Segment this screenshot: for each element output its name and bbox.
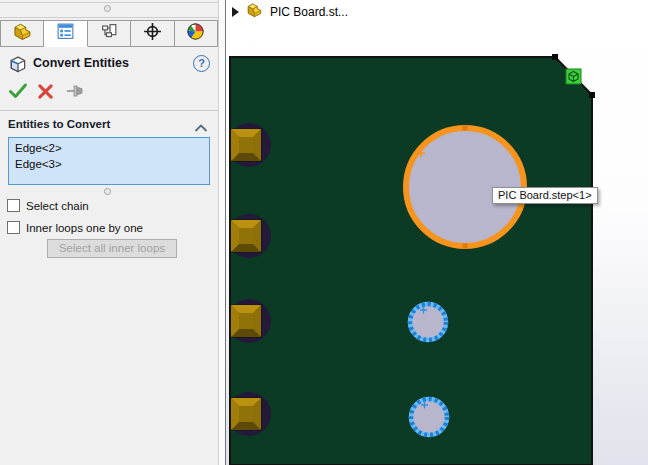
listbox-resize-handle[interactable]	[104, 188, 111, 195]
flyout-feature-tree-item[interactable]: PIC Board.st...	[232, 3, 348, 21]
tab-feature-manager[interactable]	[0, 20, 44, 47]
selection-list-item[interactable]: Edge<2>	[9, 140, 209, 156]
vertex-marker[interactable]	[589, 92, 595, 98]
tab-configuration-manager[interactable]	[88, 20, 131, 47]
entities-selection-listbox[interactable]: Edge<2> Edge<3>	[8, 137, 210, 185]
select-chain-row: Select chain	[7, 199, 89, 212]
panel-splitter-handle[interactable]	[104, 5, 111, 12]
tree-expand-arrow-icon[interactable]	[232, 7, 239, 17]
convert-entities-icon	[8, 54, 28, 78]
property-manager-icon	[56, 22, 75, 45]
vertex-marker[interactable]	[552, 54, 558, 60]
part-icon	[13, 22, 32, 45]
select-all-inner-loops-button[interactable]: Select all inner loops	[47, 239, 177, 258]
gold-pad[interactable]	[227, 392, 271, 436]
dimxpert-target-icon	[143, 22, 162, 45]
configuration-manager-icon	[100, 22, 119, 45]
gold-pad[interactable]	[227, 299, 271, 343]
ok-checkmark-icon[interactable]	[8, 82, 28, 104]
tab-display-manager[interactable]	[175, 20, 218, 47]
inner-loops-row: Inner loops one by one	[7, 221, 143, 234]
tree-item-label: PIC Board.st...	[270, 5, 348, 19]
panel-viewport-divider[interactable]	[218, 0, 226, 465]
sketch-badge-icon	[566, 69, 581, 84]
pushpin-icon[interactable]	[65, 82, 85, 104]
part-icon	[246, 2, 263, 22]
chevron-up-icon[interactable]	[194, 119, 208, 137]
manager-tab-bar	[0, 20, 218, 47]
panel-top-divider	[0, 2, 218, 3]
pm-action-row	[8, 82, 85, 104]
cancel-x-icon[interactable]	[37, 83, 54, 104]
property-manager-panel: Convert Entities ?	[0, 0, 218, 465]
page-title: Convert Entities	[33, 56, 129, 70]
tab-dimxpert-manager[interactable]	[131, 20, 174, 47]
inner-loops-label: Inner loops one by one	[26, 222, 143, 234]
solidworks-window: Convert Entities ?	[0, 0, 648, 465]
pm-divider	[0, 110, 218, 111]
preselected-hole-edge[interactable]	[410, 304, 446, 340]
tab-property-manager[interactable]	[44, 20, 87, 47]
pm-title-row: Convert Entities ?	[0, 54, 218, 76]
select-chain-checkbox[interactable]	[7, 199, 20, 212]
graphics-viewport[interactable]: PIC Board.st... PIC Board.step<1>	[226, 0, 648, 465]
gold-pad[interactable]	[227, 214, 271, 258]
hover-tooltip: PIC Board.step<1>	[492, 187, 598, 204]
gold-pad[interactable]	[227, 123, 271, 167]
select-chain-label: Select chain	[26, 200, 89, 212]
pcb-board-graphics	[226, 0, 648, 465]
pcb-board-face[interactable]	[230, 57, 592, 465]
help-icon[interactable]: ?	[193, 55, 210, 72]
selection-list-item[interactable]: Edge<3>	[9, 156, 209, 172]
section-header: Entities to Convert	[8, 118, 110, 130]
inner-loops-checkbox[interactable]	[7, 221, 20, 234]
display-manager-ball-icon	[186, 22, 205, 45]
panel-divider	[0, 17, 218, 18]
preselected-hole-edge[interactable]	[411, 399, 447, 435]
